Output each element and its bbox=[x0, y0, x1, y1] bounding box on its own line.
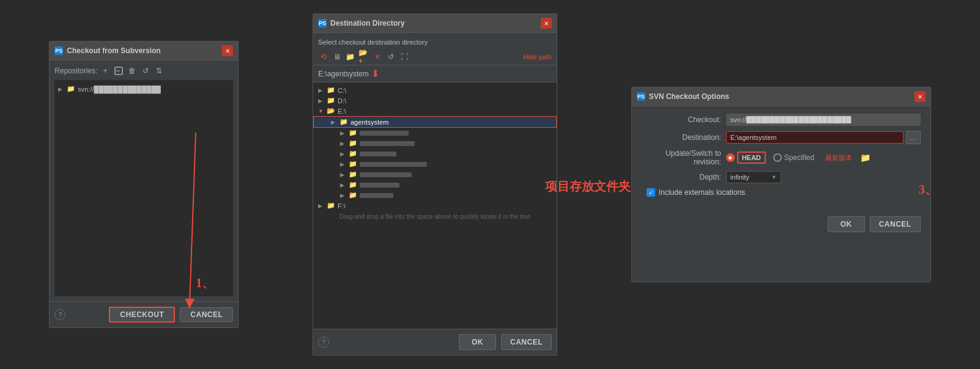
sub4-label-blurred bbox=[360, 162, 427, 167]
sub4-arrow: ▶ bbox=[340, 161, 346, 167]
refresh-icon[interactable]: ↺ bbox=[385, 51, 396, 62]
sub3-label-blurred bbox=[360, 152, 396, 156]
tree-item-e[interactable]: ▼ 📂 E:\ bbox=[313, 106, 557, 116]
c-arrow: ▶ bbox=[318, 87, 324, 93]
agent-arrow: ▶ bbox=[331, 119, 337, 125]
dialog3-footer: OK CANCEL bbox=[632, 210, 930, 238]
ps-icon-3: PS bbox=[637, 92, 645, 101]
c-folder-icon: 📁 bbox=[327, 86, 335, 94]
depth-value: infinity bbox=[730, 174, 749, 181]
monitor-icon[interactable]: 🖥 bbox=[332, 51, 343, 62]
tree-item-sub3[interactable]: ▶ 📁 bbox=[313, 148, 557, 159]
depth-label: Depth: bbox=[642, 173, 721, 181]
dialog3-content: Checkout: Destination: ... Update/Switch… bbox=[632, 106, 930, 210]
tree-item-sub4[interactable]: ▶ 📁 bbox=[313, 159, 557, 169]
dialog2-close-button[interactable]: ✕ bbox=[541, 18, 552, 29]
sub6-folder-icon: 📁 bbox=[349, 181, 357, 189]
destination-directory-dialog: PS Destination Directory ✕ Select checko… bbox=[313, 13, 557, 356]
agent-folder-icon: 📁 bbox=[340, 118, 348, 126]
tree-item-f[interactable]: ▶ 📁 F:\ bbox=[313, 200, 557, 211]
checkout-button[interactable]: CHECKOUT bbox=[109, 307, 175, 323]
ok-button-3[interactable]: OK bbox=[828, 216, 865, 232]
e-arrow: ▼ bbox=[318, 108, 324, 114]
d-label: D:\ bbox=[338, 97, 346, 104]
dropdown-arrow: ▼ bbox=[771, 174, 777, 180]
cancel-button-2[interactable]: CANCEL bbox=[501, 334, 552, 350]
tree-item-sub7[interactable]: ▶ 📁 bbox=[313, 190, 557, 200]
svg-text:✏: ✏ bbox=[116, 68, 121, 74]
checkout-url-row: Checkout: bbox=[642, 114, 921, 126]
destination-input[interactable] bbox=[726, 131, 904, 144]
repo-row[interactable]: ▶ 📁 svn://██████████████ bbox=[54, 82, 233, 95]
externals-checkbox[interactable]: ✓ bbox=[647, 188, 655, 197]
checkout-url-input[interactable] bbox=[726, 114, 921, 126]
hide-path-button[interactable]: Hide path bbox=[523, 53, 552, 60]
ps-icon-2: PS bbox=[318, 19, 327, 27]
delete-icon[interactable]: ✕ bbox=[372, 51, 383, 62]
annotation-text: 项目存放文件夹 bbox=[545, 178, 631, 195]
tree-item-agentsystem[interactable]: ▶ 📁 agentsystem bbox=[313, 116, 557, 128]
checkout-url-container bbox=[726, 114, 921, 126]
depth-row: Depth: infinity ▼ bbox=[642, 171, 921, 183]
edit-repo-icon[interactable]: ✏ bbox=[113, 65, 124, 76]
tree-item-sub1[interactable]: ▶ 📁 bbox=[313, 128, 557, 138]
cancel-button-3[interactable]: CANCEL bbox=[870, 216, 921, 232]
revision-browse-icon[interactable]: 📁 bbox=[859, 152, 870, 163]
sub3-folder-icon: 📁 bbox=[349, 150, 357, 158]
dialog3-title: SVN Checkout Options bbox=[649, 92, 729, 101]
c-label: C:\ bbox=[338, 87, 346, 94]
cancel-button-1[interactable]: CANCEL bbox=[180, 307, 233, 322]
tree-item-sub2[interactable]: ▶ 📁 bbox=[313, 138, 557, 148]
add-folder-icon[interactable]: 📂+ bbox=[358, 51, 369, 62]
delete-repo-icon[interactable]: 🗑 bbox=[127, 65, 138, 76]
destination-container: ... bbox=[726, 131, 921, 144]
dialog1-close-button[interactable]: ✕ bbox=[222, 45, 233, 56]
externals-row: ✓ Include externals locations bbox=[642, 188, 921, 197]
tree-item-sub6[interactable]: ▶ 📁 bbox=[313, 180, 557, 190]
dialog1-toolbar: Repositories: + ✏ 🗑 ↺ ⇅ bbox=[54, 65, 233, 76]
expand-arrow: ▶ bbox=[58, 86, 64, 92]
back-icon[interactable]: ⟲ bbox=[318, 51, 329, 62]
dialog2-footer: ? OK CANCEL bbox=[313, 329, 557, 355]
destination-label: Destination: bbox=[642, 133, 721, 142]
f-label: F:\ bbox=[338, 202, 346, 210]
sub1-arrow: ▶ bbox=[340, 130, 346, 136]
dialog2-title: Destination Directory bbox=[330, 19, 404, 27]
help-icon-1[interactable]: ? bbox=[54, 309, 65, 320]
path-bar: E:\agentsystem ⬇ bbox=[313, 65, 557, 82]
sub6-arrow: ▶ bbox=[340, 182, 346, 188]
dialog2-toolbar: ⟲ 🖥 📁 📂+ ✕ ↺ ⛶ Hide path bbox=[313, 49, 557, 65]
help-icon-2[interactable]: ? bbox=[318, 337, 329, 348]
dialog3-close-button[interactable]: ✕ bbox=[915, 91, 926, 102]
sub5-folder-icon: 📁 bbox=[349, 170, 357, 178]
expand-icon[interactable]: ⛶ bbox=[399, 51, 410, 62]
tree-item-c[interactable]: ▶ 📁 C:\ bbox=[313, 85, 557, 95]
sub4-folder-icon: 📁 bbox=[349, 160, 357, 168]
revision-radio-group: HEAD Specified 最新版本 📁 bbox=[726, 152, 871, 164]
dialog2-desc-row: Select checkout destination directory bbox=[313, 33, 557, 49]
head-radio-option[interactable]: HEAD bbox=[726, 152, 766, 164]
repositories-label: Repositories: bbox=[54, 67, 97, 75]
browse-button[interactable]: ... bbox=[906, 131, 921, 144]
step1-label: 1、 bbox=[196, 275, 214, 291]
add-repo-icon[interactable]: + bbox=[100, 65, 111, 76]
dialog1-footer: ? CHECKOUT CANCEL bbox=[50, 301, 238, 327]
svn-checkout-options-dialog: PS SVN Checkout Options ✕ Checkout: Dest… bbox=[631, 87, 931, 282]
folder-icon-tb[interactable]: 📁 bbox=[345, 51, 356, 62]
ok-button-2[interactable]: OK bbox=[459, 334, 496, 350]
depth-dropdown[interactable]: infinity ▼ bbox=[726, 171, 781, 183]
sub2-folder-icon: 📁 bbox=[349, 139, 357, 147]
sort-repo-icon[interactable]: ⇅ bbox=[154, 65, 165, 76]
tree-item-d[interactable]: ▶ 📁 D:\ bbox=[313, 95, 557, 106]
sub1-label-blurred bbox=[360, 131, 409, 136]
tree-item-sub5[interactable]: ▶ 📁 bbox=[313, 169, 557, 180]
current-path: E:\agentsystem bbox=[318, 70, 369, 78]
refresh-repo-icon[interactable]: ↺ bbox=[140, 65, 151, 76]
specified-radio-option[interactable]: Specified bbox=[773, 153, 814, 162]
sub1-folder-icon: 📁 bbox=[349, 129, 357, 137]
checkout-label: Checkout: bbox=[642, 115, 721, 124]
dialog2-titlebar: PS Destination Directory ✕ bbox=[313, 14, 557, 33]
e-label: E:\ bbox=[338, 108, 346, 115]
revision-row: Update/Switch to revision: HEAD Specifie… bbox=[642, 149, 921, 166]
repo-tree: ▶ 📁 svn://██████████████ bbox=[54, 80, 233, 296]
